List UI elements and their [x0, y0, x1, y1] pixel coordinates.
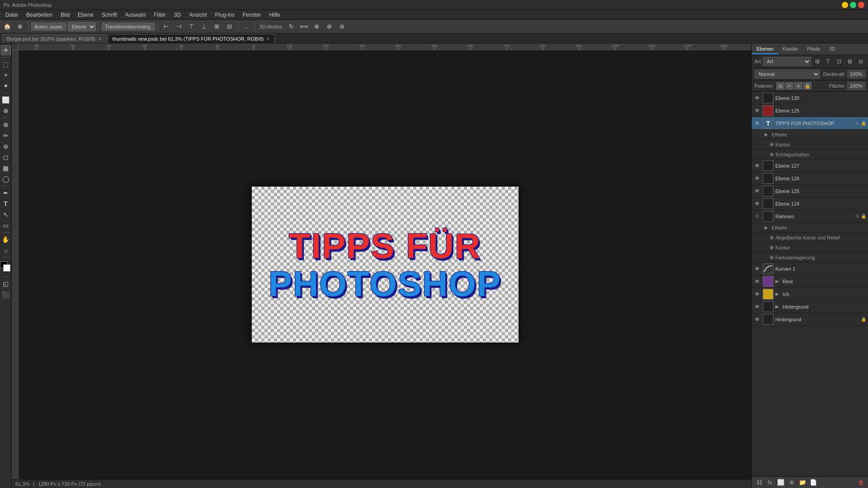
menu-auswahl[interactable]: Auswahl [122, 11, 149, 19]
align-bottom-button[interactable]: ⊟ [224, 21, 235, 32]
new-layer-button[interactable]: 📄 [809, 478, 818, 487]
path-select-tool[interactable]: ↖ [1, 210, 11, 220]
menu-ebene[interactable]: Ebene [74, 11, 97, 19]
layer-rahmen-kontur[interactable]: Kontur [752, 243, 868, 253]
menu-bild[interactable]: Bild [57, 11, 73, 19]
tool-options-button[interactable]: ⊕ [14, 21, 25, 32]
layer-effekte-group[interactable]: ▶ Effekte [752, 130, 868, 140]
gradient-tool[interactable]: ▦ [1, 163, 11, 173]
panel-icon-4[interactable]: ⊠ [845, 57, 854, 66]
layer-rahmen-vis[interactable]: 👁 [754, 213, 761, 220]
menu-3d[interactable]: 3D [170, 11, 184, 19]
marquee-tool[interactable]: ⬚ [1, 59, 11, 69]
layer-kontur[interactable]: Kontur [752, 140, 868, 150]
title-bar-controls[interactable] [842, 2, 864, 8]
align-center-v-button[interactable]: ⊞ [212, 21, 222, 32]
opacity-input[interactable] [847, 70, 865, 78]
menu-bearbeiten[interactable]: Bearbeiten [23, 11, 56, 19]
3d-extra-button[interactable]: ⊜ [336, 21, 347, 32]
delete-layer-button[interactable]: 🗑 [856, 478, 865, 487]
layer-type-select[interactable]: Art [763, 57, 811, 66]
layer-farbuberlagerung[interactable]: Farbüberlagerung [752, 253, 868, 263]
layer-kurven1-vis[interactable]: 👁 [754, 265, 761, 272]
menu-filter[interactable]: Filter [150, 11, 170, 19]
menu-ansicht[interactable]: Ansicht [185, 11, 210, 19]
3d-pan-button[interactable]: ⟺ [298, 21, 309, 32]
new-group-button[interactable]: 📁 [798, 478, 807, 487]
lasso-tool[interactable]: ⌖ [1, 70, 11, 80]
lock-image-button[interactable]: ✏ [785, 82, 793, 89]
layer-ebene130[interactable]: 👁 Ebene 130 [752, 92, 868, 104]
minimize-button[interactable] [842, 2, 848, 8]
tab-3d[interactable]: 3D [825, 44, 840, 54]
layer-ich-vis[interactable]: 👁 [754, 291, 761, 298]
home-button[interactable]: 🏠 [2, 21, 13, 32]
layer-ebene125c-vis[interactable]: 👁 [754, 188, 761, 195]
blend-mode-select[interactable]: Normal Multiplizieren Abblenden [755, 70, 820, 79]
transform-button[interactable]: Transformationssttrg. [102, 23, 155, 31]
photoshop-canvas[interactable]: TIPPS FÜR PHOTOSHOP [252, 187, 519, 343]
tab-burger[interactable]: Burger.psd bei 20,8% (sparkles, RGB/8) ✕ [2, 34, 107, 43]
background-color[interactable] [3, 264, 10, 272]
dodge-tool[interactable]: ◯ [1, 174, 11, 184]
shape-tool[interactable]: ▭ [1, 221, 11, 230]
eyedropper-tool[interactable]: ⊕ [1, 106, 11, 116]
layer-hintergrund-group[interactable]: 👁 ▶ Hintergrund [752, 300, 868, 313]
link-layers-button[interactable]: ⛓ [755, 478, 764, 487]
layer-rahmen-effekte[interactable]: ▶ Effekte [752, 223, 868, 233]
layer-ebene124-vis[interactable]: 👁 [754, 200, 761, 207]
3d-orbit-button[interactable]: ⊛ [324, 21, 335, 32]
layer-ebene126-vis[interactable]: 👁 [754, 175, 761, 182]
layer-ebene127[interactable]: 👁 Ebene 127 [752, 160, 868, 172]
move-tool[interactable]: ✛ [1, 45, 11, 55]
screen-mode-button[interactable]: ⬛ [1, 290, 11, 300]
menu-plugins[interactable]: Plug-ins [212, 11, 238, 19]
panel-icon-1[interactable]: ⊞ [813, 57, 822, 66]
layer-hintergrund-group-vis[interactable]: 👁 [754, 303, 761, 310]
close-button[interactable] [858, 2, 864, 8]
layer-kurven1[interactable]: 👁 Kurven 1 [752, 263, 868, 275]
layer-ebene125b-vis[interactable]: 👁 [754, 107, 761, 114]
layer-ebene130-vis[interactable]: 👁 [754, 94, 761, 102]
tab-pfade[interactable]: Pfade [802, 44, 825, 54]
panel-icon-5[interactable]: ⊟ [856, 57, 865, 66]
layer-hintergrund[interactable]: 👁 Hintergrund 🔒 [752, 313, 868, 326]
add-adjustment-button[interactable]: ⊕ [787, 478, 796, 487]
maximize-button[interactable] [850, 2, 856, 8]
hand-tool[interactable]: ✋ [1, 235, 11, 244]
layer-ebene125b[interactable]: 👁 Ebene 125 [752, 104, 868, 117]
auto-select-button[interactable]: Auton. ausw. [31, 23, 66, 31]
type-tool[interactable]: T [1, 199, 11, 209]
pen-tool[interactable]: ✒ [1, 188, 11, 198]
more-options-button[interactable]: ... [241, 21, 252, 32]
layer-ebene127-vis[interactable]: 👁 [754, 162, 761, 169]
tab-ebenen[interactable]: Ebenen [752, 44, 778, 54]
align-left-button[interactable]: ⊢ [161, 21, 172, 32]
lock-all-button[interactable]: 🔒 [803, 82, 811, 89]
tab-thumbnails-close[interactable]: ✕ [266, 36, 270, 41]
layer-ebene124[interactable]: 👁 Ebene 124 [752, 197, 868, 210]
layer-tipps-text[interactable]: 👁 T TIPPS FÜR PHOTOSHOP fx 🔒 [752, 117, 868, 130]
add-mask-button[interactable]: ⬜ [776, 478, 785, 487]
align-top-button[interactable]: ⊥ [199, 21, 210, 32]
layer-select[interactable]: Ebene [68, 22, 96, 31]
brush-tool[interactable]: ✏ [1, 131, 11, 141]
healing-tool[interactable]: ⊕ [1, 120, 11, 130]
lock-transparent-button[interactable]: ⊞ [776, 82, 784, 89]
menu-hilfe[interactable]: Hilfe [266, 11, 284, 19]
align-center-h-button[interactable]: ⊣ [174, 21, 184, 32]
layer-schlagschatten[interactable]: Schlagschatten [752, 150, 868, 160]
align-right-button[interactable]: ⊤ [186, 21, 197, 32]
crop-tool[interactable]: ⬜ [1, 95, 11, 105]
magic-wand-tool[interactable]: ✦ [1, 81, 11, 91]
menu-schrift[interactable]: Schrift [98, 11, 121, 19]
panel-icon-3[interactable]: ⊡ [835, 57, 844, 66]
zoom-tool[interactable]: ⌕ [1, 245, 11, 255]
fill-input[interactable] [847, 82, 865, 90]
layer-ebene125c[interactable]: 👁 Ebene 125 [752, 185, 868, 197]
3d-zoom-button[interactable]: ⊕ [311, 21, 322, 32]
layer-ich[interactable]: 👁 ▶ Ich [752, 288, 868, 300]
lock-position-button[interactable]: ✛ [794, 82, 802, 89]
quick-mask-button[interactable]: ◱ [1, 279, 11, 289]
layer-hintergrund-vis[interactable]: 👁 [754, 316, 761, 323]
